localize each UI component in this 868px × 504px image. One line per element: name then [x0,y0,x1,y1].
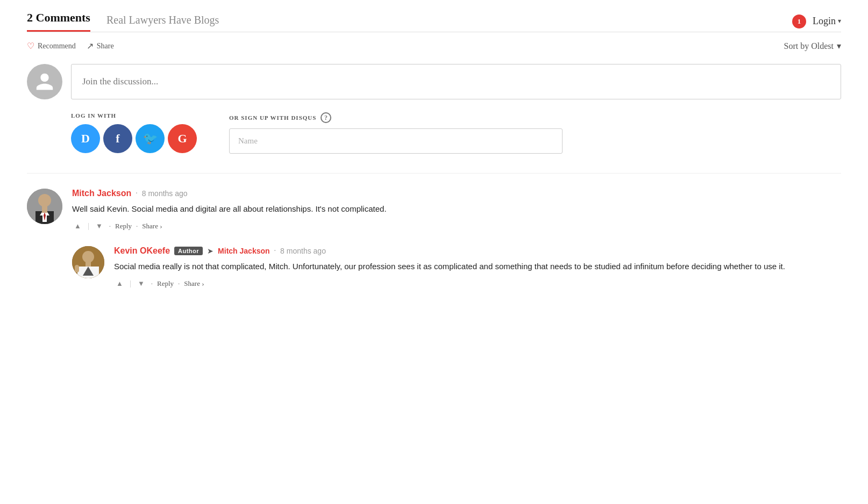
login-with-section: LOG IN WITH D f 🐦 G [71,112,197,153]
recommend-label: Recommend [38,42,76,51]
site-name-tab[interactable]: Real Lawyers Have Blogs [106,14,219,32]
svg-point-1 [38,194,51,207]
kevin-avatar [72,246,104,278]
svg-rect-7 [42,206,47,213]
recommend-button[interactable]: ♡ Recommend [27,41,76,51]
share-label: Share [97,42,114,51]
action-dot-reply-2: · [178,279,180,288]
login-with-label: LOG IN WITH [71,112,197,119]
discussion-area [27,64,841,99]
vote-sep-1: | [88,221,89,231]
reply-button-reply[interactable]: Reply [157,279,174,288]
kevin-avatar-img [72,246,104,278]
twitter-icon: 🐦 [143,132,158,146]
google-login-button[interactable]: G [168,124,197,153]
action-dot-1b: · [136,222,138,231]
comment-text-reply: Social media really is not that complica… [114,260,841,273]
reply-button-1[interactable]: Reply [115,222,132,231]
author-badge: Author [174,247,203,255]
header-right: 1 Login ▾ [792,15,841,28]
comment-actions-reply: ▲ | ▼ · Reply · Share › [114,278,841,289]
social-icons: D f 🐦 G [71,124,197,153]
svg-point-9 [82,251,94,263]
comment-row: Mitch Jackson · 8 months ago Well said K… [27,189,841,231]
facebook-login-button[interactable]: f [103,124,132,153]
user-silhouette-icon [34,71,55,92]
comment-row-reply: Kevin OKeefe Author ➤ Mitch Jackson · 8 … [72,246,841,289]
discussion-input[interactable] [71,64,841,99]
auth-area: LOG IN WITH D f 🐦 G OR SIGN UP WITH DISQ… [27,112,841,154]
user-avatar-placeholder [27,64,62,99]
comment-header-1: Mitch Jackson · 8 months ago [72,189,841,198]
comment-body-1: Mitch Jackson · 8 months ago Well said K… [72,189,841,231]
disqus-login-button[interactable]: D [71,124,100,153]
comment-author-mitch[interactable]: Mitch Jackson [72,189,131,198]
share-icon: ↗ [87,41,94,51]
divider [27,173,841,174]
comments-count-tab[interactable]: 2 Comments [27,11,90,32]
share-button-1[interactable]: Share › [142,222,162,231]
nested-comment-section: Kevin OKeefe Author ➤ Mitch Jackson · 8 … [72,246,841,289]
action-dot-reply-1: · [151,279,153,288]
comment-text-1: Well said Kevin. Social media and digita… [72,203,841,215]
comment-dot-1: · [136,189,138,198]
upvote-button-1[interactable]: ▲ [72,221,83,231]
name-input[interactable] [229,128,563,154]
login-label: Login [813,16,836,27]
comment-author-kevin[interactable]: Kevin OKeefe [114,246,170,256]
comment-actions-1: ▲ | ▼ · Reply · Share › [72,221,841,231]
vote-sep-reply: | [130,279,131,288]
comment-time-1: 8 months ago [142,189,188,198]
share-button[interactable]: ↗ Share [87,41,114,51]
downvote-button-reply[interactable]: ▼ [136,278,147,289]
signup-section: OR SIGN UP WITH DISQUS ? [229,112,841,154]
upvote-button-reply[interactable]: ▲ [114,278,125,289]
svg-rect-14 [75,265,79,272]
comment-header-reply: Kevin OKeefe Author ➤ Mitch Jackson · 8 … [114,246,841,256]
mitch-avatar [27,189,62,224]
downvote-button-1[interactable]: ▼ [94,221,105,231]
login-button[interactable]: Login ▾ [813,16,841,27]
comments-header: 2 Comments Real Lawyers Have Blogs 1 Log… [27,11,841,32]
signup-label: OR SIGN UP WITH DISQUS ? [229,112,841,123]
header-tabs: 2 Comments Real Lawyers Have Blogs [27,11,219,32]
comment-dot-reply: · [274,247,276,255]
notification-badge: 1 [792,15,806,28]
heart-icon: ♡ [27,41,34,51]
comment-time-reply: 8 months ago [280,247,326,255]
comment-body-reply: Kevin OKeefe Author ➤ Mitch Jackson · 8 … [114,246,841,289]
sort-label: Sort by Oldest [784,41,834,51]
mitch-avatar-img [27,189,62,224]
login-chevron-icon: ▾ [838,17,841,25]
signup-label-text: OR SIGN UP WITH DISQUS [229,114,316,121]
sort-chevron-icon: ▾ [837,41,841,51]
share-button-reply[interactable]: Share › [184,279,204,288]
help-icon[interactable]: ? [321,112,331,123]
reply-to-icon: ➤ [207,247,214,256]
svg-rect-10 [86,262,91,267]
sort-button[interactable]: Sort by Oldest ▾ [784,41,841,51]
google-icon: G [177,132,187,146]
twitter-login-button[interactable]: 🐦 [136,124,165,153]
reply-to-name: Mitch Jackson [218,247,269,255]
toolbar: ♡ Recommend ↗ Share Sort by Oldest ▾ [27,41,841,51]
action-dot-1: · [109,222,111,231]
toolbar-left: ♡ Recommend ↗ Share [27,41,114,51]
facebook-icon: f [116,132,119,146]
disqus-icon: D [81,132,90,146]
